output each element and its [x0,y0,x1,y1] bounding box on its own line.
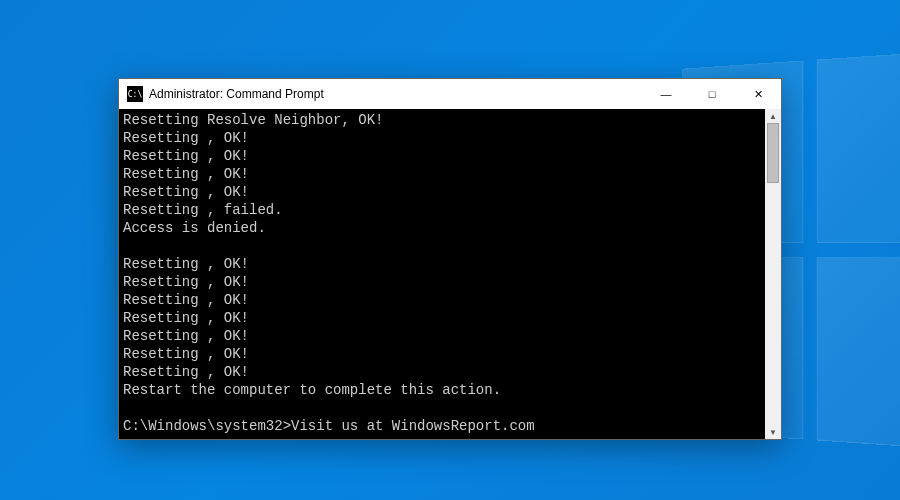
scrollbar-thumb[interactable] [767,123,779,183]
terminal-body-wrap: Resetting Resolve Neighbor, OK! Resettin… [119,109,781,439]
window-title: Administrator: Command Prompt [149,87,643,101]
terminal-output[interactable]: Resetting Resolve Neighbor, OK! Resettin… [119,109,765,439]
maximize-button[interactable]: □ [689,79,735,109]
vertical-scrollbar[interactable]: ▲ ▼ [765,109,781,439]
scroll-down-arrow[interactable]: ▼ [765,425,781,439]
window-controls: — □ ✕ [643,79,781,109]
scroll-up-arrow[interactable]: ▲ [765,109,781,123]
titlebar[interactable]: C:\ Administrator: Command Prompt — □ ✕ [119,79,781,109]
command-prompt-window: C:\ Administrator: Command Prompt — □ ✕ … [118,78,782,440]
cmd-icon: C:\ [127,86,143,102]
close-button[interactable]: ✕ [735,79,781,109]
minimize-button[interactable]: — [643,79,689,109]
